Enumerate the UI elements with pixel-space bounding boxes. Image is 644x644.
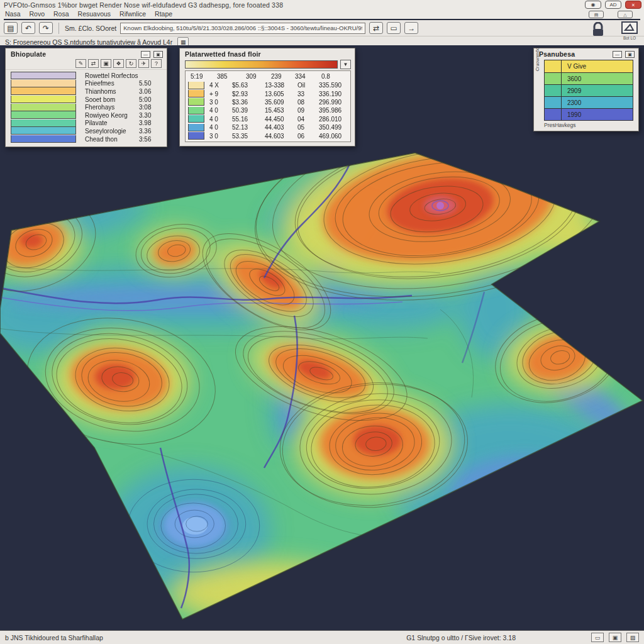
table-row: 4 052.1344.40305350.499 bbox=[188, 123, 348, 131]
close-button[interactable]: × bbox=[625, 1, 641, 9]
scale-title: Psanubesa bbox=[539, 50, 575, 58]
status-bar: b JNS Tikhidoured ta Sharfihallap G1 Sln… bbox=[0, 630, 644, 644]
row-swatch bbox=[188, 90, 204, 97]
menu-item-2[interactable]: Rosa bbox=[53, 10, 69, 18]
fly-to-icon[interactable]: ✈ bbox=[138, 59, 149, 68]
legend-row: Pilavate3.98 bbox=[11, 119, 162, 128]
display-settings-icon[interactable]: Bot LO bbox=[621, 21, 638, 40]
edit-icon[interactable]: ✎ bbox=[75, 59, 86, 68]
scale-bottom-label: PresHavkegs bbox=[544, 122, 638, 128]
legend-minimize-icon[interactable]: — bbox=[141, 51, 150, 58]
view-status-text: S: Frosenereou QS S.ntdunofs tunativutvi… bbox=[5, 38, 172, 46]
table-row: 3 0$3.3635.60908296.990 bbox=[188, 98, 348, 106]
menu-item-4[interactable]: Rifwnlice bbox=[119, 10, 146, 18]
status-view-icon[interactable]: ▨ bbox=[626, 633, 639, 642]
legend-panel[interactable]: Bhiopulate — ▣ ✎ ⇄ ▣ ❖ ↻ ✈ ? Rowettel Ro… bbox=[5, 48, 167, 147]
menu-row: NasaRovoRosaResuavousRifwnliceRtape bbox=[4, 9, 640, 20]
redo-icon[interactable]: ↷ bbox=[39, 22, 53, 34]
legend-swatch bbox=[11, 135, 76, 143]
scale-minimize-icon[interactable]: — bbox=[613, 51, 622, 58]
scale-row[interactable]: 2300 bbox=[545, 96, 633, 108]
table-row: 4 055.1644.45004286.010 bbox=[188, 115, 348, 123]
legend-swatch bbox=[11, 87, 76, 95]
color-ramp bbox=[185, 60, 338, 69]
scale-axis-label: Cruownm6o bbox=[535, 47, 540, 71]
menubar: PVFOto-Gnmsos 1%bor bwget Render Nose wi… bbox=[0, 0, 644, 20]
scale-label: Sm. £Clo. SOoret bbox=[65, 25, 116, 32]
lock-icon[interactable] bbox=[591, 22, 605, 40]
legend-row: Sooet bom5:00 bbox=[11, 96, 162, 104]
row-swatch bbox=[188, 124, 204, 131]
menu-item-3[interactable]: Resuavous bbox=[78, 10, 111, 18]
legend-swatch bbox=[11, 119, 76, 127]
attribute-table: 5:193853092393340.8 4 X$5.6313-338Oil335… bbox=[185, 70, 351, 142]
legend-row: Fhieefmes5.50 bbox=[11, 80, 162, 88]
menu-item-0[interactable]: Nasa bbox=[5, 10, 21, 18]
legend-row: Seseylorologie3.36 bbox=[11, 127, 162, 135]
legend-swatch bbox=[11, 72, 76, 79]
coordinates-input[interactable] bbox=[120, 23, 365, 34]
scale-row[interactable]: V Give bbox=[545, 60, 633, 72]
legend-row: Rowettel Rorfectos bbox=[11, 72, 162, 80]
legend-row: Fherohays3:08 bbox=[11, 103, 162, 111]
warning-icon[interactable]: △ bbox=[618, 11, 633, 18]
table-row: 4 X$5.6313-338Oil335.590 bbox=[188, 81, 348, 89]
export-icon[interactable]: → bbox=[404, 22, 418, 34]
menu-item-5[interactable]: Rtape bbox=[155, 10, 172, 18]
swap-layers-icon[interactable]: ⇄ bbox=[88, 59, 99, 68]
elevation-scale-panel[interactable]: Psanubesa — ▣ Cruownm6o V Give 3600 2909… bbox=[533, 48, 639, 131]
legend-row: Thianhoms3.06 bbox=[11, 87, 162, 96]
scale-maximize-icon[interactable]: ▣ bbox=[625, 51, 635, 58]
scale-row[interactable]: 2909 bbox=[545, 84, 633, 96]
legend-close-icon[interactable]: ▣ bbox=[153, 51, 163, 58]
row-swatch bbox=[188, 107, 204, 114]
table-row: 4 050.3915.45309395.986 bbox=[188, 106, 348, 114]
layers-icon[interactable]: ▭ bbox=[387, 22, 401, 34]
ad-button[interactable]: AD bbox=[605, 1, 621, 9]
restore-icon[interactable]: ▤ bbox=[589, 11, 604, 18]
swap-icon[interactable]: ⇄ bbox=[369, 22, 383, 34]
window-title: PVFOto-Gnmsos 1%bor bwget Render Nose wi… bbox=[4, 1, 640, 9]
row-swatch bbox=[188, 115, 204, 123]
status-left-text: b JNS Tikhidoured ta Sharfihallap bbox=[5, 634, 406, 641]
new-document-icon[interactable]: ▤ bbox=[4, 22, 18, 34]
row-swatch bbox=[188, 98, 204, 106]
legend-swatch bbox=[11, 80, 76, 87]
scale-row[interactable]: 1990 bbox=[545, 108, 633, 120]
row-swatch bbox=[188, 82, 204, 89]
status-pan-icon[interactable]: ▭ bbox=[591, 633, 604, 642]
help-icon[interactable]: ? bbox=[151, 59, 162, 68]
attribute-table-panel[interactable]: Platarwetted fnasd floir ▼ 5:19385309239… bbox=[179, 48, 355, 147]
undo-icon[interactable]: ↶ bbox=[21, 22, 35, 34]
table-title: Platarwetted fnasd floir bbox=[185, 50, 261, 58]
scale-row[interactable]: 3600 bbox=[545, 72, 633, 84]
main-toolbar: ▤ ↶ ↷ Sm. £Clo. SOoret ⇄ ▭ → Bot LO bbox=[0, 20, 644, 36]
legend-swatch bbox=[11, 127, 76, 135]
status-center-text: G1 Slnutpg o ultto / ГSive irovet: 3.18 bbox=[406, 634, 516, 641]
legend-swatch bbox=[11, 111, 76, 119]
refresh-icon[interactable]: ↻ bbox=[126, 59, 136, 68]
window-shade-icon[interactable]: ◉ bbox=[585, 1, 601, 9]
legend-swatch bbox=[11, 96, 76, 103]
legend-row: Chead thon3:56 bbox=[11, 135, 162, 143]
table-row: 3 053.3544.60306469.060 bbox=[188, 131, 348, 140]
diamond-tool-icon[interactable]: ❖ bbox=[113, 59, 124, 68]
table-header: 5:193853092393340.8 bbox=[188, 72, 348, 81]
filter-icon[interactable]: ▼ bbox=[340, 60, 351, 69]
status-grid-icon[interactable]: ▣ bbox=[609, 633, 621, 642]
legend-title: Bhiopulate bbox=[11, 50, 46, 58]
menu-item-1[interactable]: Rovo bbox=[30, 10, 45, 18]
legend-row: Rowiyeo Keorg3.30 bbox=[11, 111, 162, 119]
map-viewport[interactable]: Bhiopulate — ▣ ✎ ⇄ ▣ ❖ ↻ ✈ ? Rowettel Ro… bbox=[0, 45, 644, 630]
display-caption: Bot LO bbox=[621, 36, 638, 40]
grid-icon[interactable]: ▣ bbox=[101, 59, 111, 68]
row-swatch bbox=[188, 132, 204, 140]
table-row: + 9$2.9313.60533336.190 bbox=[188, 89, 348, 97]
legend-swatch bbox=[11, 104, 76, 111]
